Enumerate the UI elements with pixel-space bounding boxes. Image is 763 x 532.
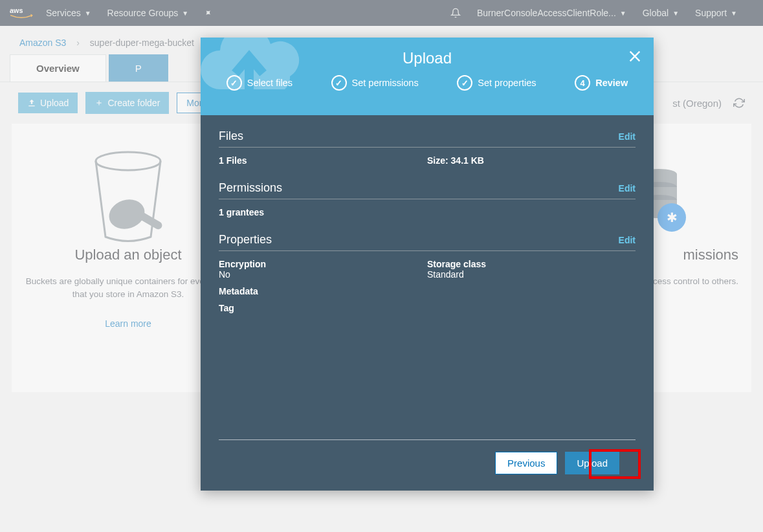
check-icon: ✓ bbox=[227, 75, 242, 91]
storage-class-label: Storage class bbox=[427, 259, 636, 269]
step-number: 4 bbox=[575, 75, 590, 91]
modal-close-button[interactable] bbox=[628, 49, 642, 66]
step-label: Review bbox=[595, 78, 628, 88]
modal-title: Upload bbox=[201, 38, 654, 67]
previous-button[interactable]: Previous bbox=[495, 452, 557, 474]
grantees-count: 1 grantees bbox=[219, 207, 264, 217]
files-size: Size: 34.1 KB bbox=[427, 155, 484, 166]
step-set-permissions[interactable]: ✓ Set permissions bbox=[331, 75, 419, 91]
check-icon: ✓ bbox=[457, 75, 472, 91]
modal-header: Upload ✓ Select files ✓ Set permissions … bbox=[201, 38, 654, 115]
wizard-steps: ✓ Select files ✓ Set permissions ✓ Set p… bbox=[201, 67, 654, 91]
step-label: Set permissions bbox=[352, 78, 419, 88]
section-properties: Properties Edit Encryption No Storage cl… bbox=[219, 233, 636, 313]
check-icon: ✓ bbox=[331, 75, 347, 91]
encryption-label: Encryption bbox=[219, 259, 427, 269]
tag-label: Tag bbox=[219, 303, 636, 313]
modal-body: Files Edit 1 Files Size: 34.1 KB Permiss… bbox=[201, 115, 654, 439]
upload-confirm-button[interactable]: Upload bbox=[565, 452, 619, 474]
step-select-files[interactable]: ✓ Select files bbox=[227, 75, 293, 91]
modal-footer: Previous Upload bbox=[219, 439, 636, 491]
step-label: Set properties bbox=[478, 78, 536, 88]
step-label: Select files bbox=[247, 78, 293, 88]
step-set-properties[interactable]: ✓ Set properties bbox=[457, 75, 536, 91]
section-permissions: Permissions Edit 1 grantees bbox=[219, 181, 636, 217]
encryption-value: No bbox=[219, 269, 427, 280]
section-permissions-heading: Permissions bbox=[219, 181, 282, 195]
edit-permissions-link[interactable]: Edit bbox=[619, 183, 636, 194]
metadata-label: Metadata bbox=[219, 286, 636, 296]
storage-class-value: Standard bbox=[427, 269, 636, 280]
edit-files-link[interactable]: Edit bbox=[619, 131, 636, 142]
section-files-heading: Files bbox=[219, 129, 243, 143]
section-properties-heading: Properties bbox=[219, 233, 272, 247]
step-review[interactable]: 4 Review bbox=[575, 75, 628, 91]
upload-modal: Upload ✓ Select files ✓ Set permissions … bbox=[201, 38, 654, 491]
files-count: 1 Files bbox=[219, 155, 247, 166]
edit-properties-link[interactable]: Edit bbox=[619, 235, 636, 245]
section-files: Files Edit 1 Files Size: 34.1 KB bbox=[219, 129, 636, 166]
close-icon bbox=[628, 49, 642, 63]
